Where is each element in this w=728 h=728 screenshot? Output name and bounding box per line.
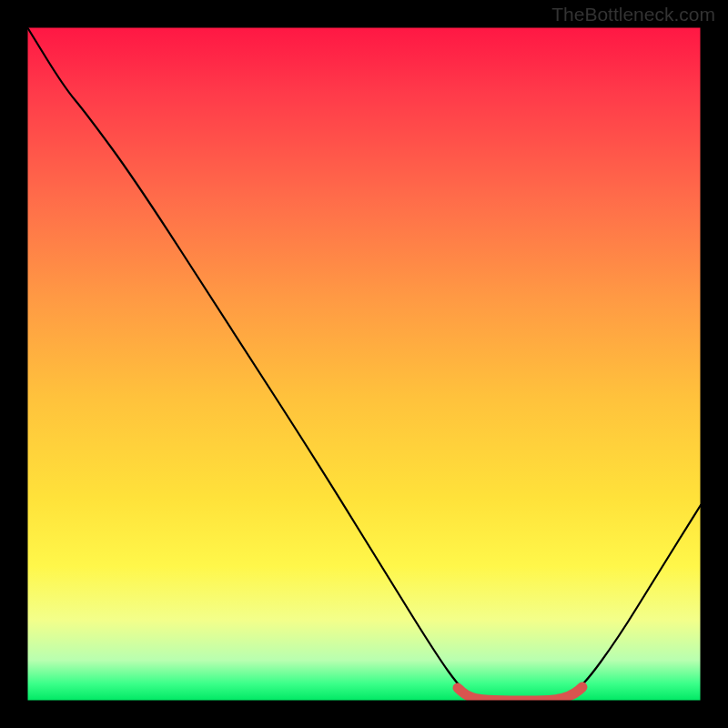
chart-container: TheBottleneck.com: [0, 0, 728, 728]
watermark-text: TheBottleneck.com: [551, 4, 715, 25]
svg-rect-0: [27, 27, 701, 701]
bottleneck-curve-chart: [0, 0, 728, 728]
